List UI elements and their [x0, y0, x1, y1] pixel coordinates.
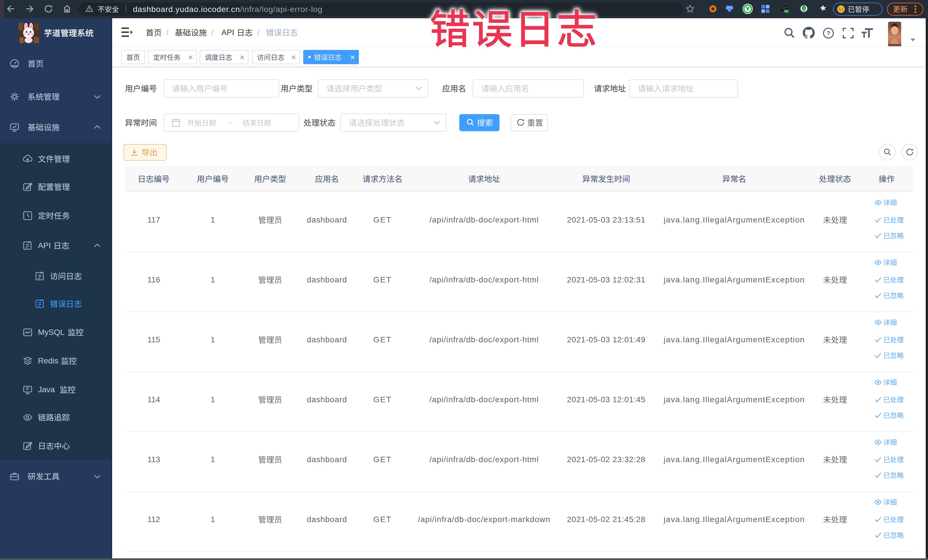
svg-text:?: ?: [826, 30, 830, 37]
svg-text:on: on: [785, 10, 788, 12]
